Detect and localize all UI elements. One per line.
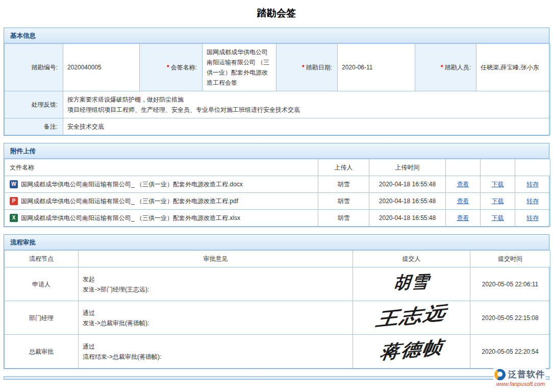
basic-info-header: 基本信息 bbox=[4, 28, 549, 43]
actions-column-header bbox=[481, 159, 515, 176]
attachments-section: 附件上传 文件名称 上传人 上传时间 W 国网成都成华供电公司南阳运输有限公司_… bbox=[4, 143, 549, 227]
opinion-line-2: 流程结束->总裁审批(蒋德帧): bbox=[83, 352, 348, 362]
attachment-row: W 国网成都成华供电公司南阳运输有限公司_ （三供一业）配套外电源改造工程.do… bbox=[5, 176, 550, 193]
upload-time-cell: 2020-04-18 16:55:48 bbox=[369, 193, 446, 210]
opinion-line-1: 发起 bbox=[83, 274, 348, 284]
submit-time-cell: 2020-05-05 22:15:08 bbox=[470, 301, 550, 335]
next-section-header-strip bbox=[4, 376, 549, 380]
uploader-cell: 胡雪 bbox=[318, 210, 369, 227]
transfer-link[interactable]: 转存 bbox=[526, 214, 539, 222]
opinion-cell: 通过 流程结束->总裁审批(蒋德帧): bbox=[79, 335, 353, 369]
attachments-table: 文件名称 上传人 上传时间 W 国网成都成华供电公司南阳运输有限公司_ （三供一… bbox=[4, 159, 550, 227]
file-name: 国网成都成华供电公司南阳运输有限公司_ （三供一业）配套外电源改造工程.docx bbox=[21, 179, 243, 189]
view-link[interactable]: 查看 bbox=[457, 181, 469, 188]
uploader-cell: 胡雪 bbox=[318, 193, 369, 210]
submit-time-cell: 2020-05-05 22:20:54 bbox=[470, 335, 550, 369]
signature: 蒋德帧 bbox=[379, 341, 443, 357]
uploader-cell: 胡雪 bbox=[318, 176, 369, 193]
file-name: 国网成都成华供电公司南阳运输有限公司_ （三供一业）配套外电源改造工程.xlsx bbox=[21, 213, 240, 223]
sign-name-value: 国网成都成华供电公司南阳运输有限公司 （三供一业）配套外电源改造工程会签 bbox=[203, 44, 276, 91]
survey-date-label: *踏勘日期: bbox=[276, 44, 338, 91]
feedback-line-2: 项目经理组织项目工程师、生产经理、安全员、专业单位对施工班组进行安全技术交底 bbox=[67, 105, 546, 115]
required-mark: * bbox=[167, 64, 169, 71]
download-link[interactable]: 下载 bbox=[492, 198, 504, 205]
opinion-column-header: 审批意见 bbox=[79, 251, 353, 267]
file-name: 国网成都成华供电公司南阳运输有限公司_ （三供一业）配套外电源改造工程.pdf bbox=[21, 196, 238, 206]
survey-no-value: 2020040005 bbox=[63, 44, 140, 91]
approval-row: 部门经理 通过 发送->总裁审批(蒋德帧): 王志远 2020-05-05 22… bbox=[5, 301, 550, 335]
attachments-header: 附件上传 bbox=[4, 143, 549, 159]
file-name-cell: W 国网成都成华供电公司南阳运输有限公司_ （三供一业）配套外电源改造工程.do… bbox=[5, 176, 318, 193]
footer-brand: 泛普软件 www.fanpusoft.com bbox=[493, 368, 546, 388]
submitter-cell: 王志远 bbox=[353, 301, 470, 335]
surveyors-value: 任晓渠,薛宝峰,张小东 bbox=[476, 44, 550, 91]
excel-file-icon: X bbox=[10, 214, 18, 222]
opinion-line-2: 发送->总裁审批(蒋德帧): bbox=[83, 318, 348, 328]
table-header-row: 文件名称 上传人 上传时间 bbox=[5, 159, 550, 176]
table-row: 处理反馈: 按方案要求搭设爆破防护棚，做好防尘措施 项目经理组织项目工程师、生产… bbox=[5, 91, 550, 118]
survey-date-value: 2020-06-11 bbox=[338, 44, 415, 91]
opinion-line-1: 通过 bbox=[83, 341, 348, 352]
approval-header: 流程审批 bbox=[4, 235, 549, 250]
feedback-line-1: 按方案要求搭设爆破防护棚，做好防尘措施 bbox=[67, 94, 546, 105]
file-name-column-header: 文件名称 bbox=[5, 159, 318, 176]
pdf-file-icon: P bbox=[10, 197, 18, 205]
approval-row: 总裁审批 通过 流程结束->总裁审批(蒋德帧): 蒋德帧 2020-05-05 … bbox=[5, 335, 550, 369]
fanpu-logo-icon bbox=[494, 369, 506, 380]
upload-time-cell: 2020-04-18 16:55:48 bbox=[369, 210, 446, 227]
word-file-icon: W bbox=[10, 180, 18, 188]
table-row: 踏勘编号: 2020040005 *会签名称: 国网成都成华供电公司南阳运输有限… bbox=[5, 44, 550, 91]
remark-value: 安全技术交底 bbox=[63, 118, 550, 135]
upload-time-cell: 2020-04-18 16:55:48 bbox=[369, 176, 446, 193]
approval-table: 流程节点 审批意见 提交人 提交时间 申请人 发起 发送->部门经理(王志远):… bbox=[4, 250, 550, 369]
submitter-cell: 蒋德帧 bbox=[353, 335, 470, 369]
footer-brand-name: 泛普软件 bbox=[508, 369, 545, 380]
feedback-value: 按方案要求搭设爆破防护棚，做好防尘措施 项目经理组织项目工程师、生产经理、安全员… bbox=[63, 91, 550, 118]
submit-time-cell: 2020-05-05 22:06:11 bbox=[470, 267, 550, 301]
transfer-link[interactable]: 转存 bbox=[526, 198, 539, 205]
surveyors-label: *踏勘人员: bbox=[415, 44, 476, 91]
file-name-cell: X 国网成都成华供电公司南阳运输有限公司_ （三供一业）配套外电源改造工程.xl… bbox=[5, 210, 318, 227]
opinion-line-2: 发送->部门经理(王志远): bbox=[83, 284, 348, 295]
opinion-cell: 发起 发送->部门经理(王志远): bbox=[79, 267, 353, 301]
opinion-line-1: 通过 bbox=[83, 308, 348, 318]
node-cell: 部门经理 bbox=[5, 301, 79, 335]
page-title: 踏勘会签 bbox=[4, 0, 549, 28]
transfer-link[interactable]: 转存 bbox=[526, 181, 539, 188]
submit-time-column-header: 提交时间 bbox=[470, 251, 550, 267]
node-cell: 总裁审批 bbox=[5, 335, 79, 369]
basic-info-section: 基本信息 踏勘编号: 2020040005 *会签名称: 国网成都成华供电公司南… bbox=[4, 28, 549, 136]
download-link[interactable]: 下载 bbox=[492, 214, 504, 222]
table-header-row: 流程节点 审批意见 提交人 提交时间 bbox=[5, 251, 550, 267]
node-column-header: 流程节点 bbox=[5, 251, 79, 267]
approval-section: 流程审批 流程节点 审批意见 提交人 提交时间 申请人 发起 发送->部门经理(… bbox=[4, 234, 549, 369]
approval-row: 申请人 发起 发送->部门经理(王志远): 胡雪 2020-05-05 22:0… bbox=[5, 267, 550, 301]
footer-brand-url: www.fanpusoft.com bbox=[494, 381, 545, 387]
submitter-cell: 胡雪 bbox=[353, 267, 470, 301]
feedback-label: 处理反馈: bbox=[5, 91, 63, 118]
signature: 王志远 bbox=[375, 307, 447, 325]
download-link[interactable]: 下载 bbox=[492, 181, 504, 188]
remark-label: 备注: bbox=[5, 118, 63, 135]
view-link[interactable]: 查看 bbox=[457, 198, 469, 205]
required-mark: * bbox=[302, 64, 305, 71]
required-mark: * bbox=[441, 64, 443, 71]
upload-time-column-header: 上传时间 bbox=[369, 159, 446, 176]
survey-no-label: 踏勘编号: bbox=[5, 44, 63, 91]
sign-name-label: *会签名称: bbox=[140, 44, 203, 91]
view-link[interactable]: 查看 bbox=[457, 214, 469, 222]
signature: 胡雪 bbox=[393, 277, 430, 288]
basic-info-table: 踏勘编号: 2020040005 *会签名称: 国网成都成华供电公司南阳运输有限… bbox=[4, 43, 550, 135]
uploader-column-header: 上传人 bbox=[318, 159, 369, 176]
submitter-column-header: 提交人 bbox=[353, 251, 470, 267]
attachment-row: P 国网成都成华供电公司南阳运输有限公司_ （三供一业）配套外电源改造工程.pd… bbox=[5, 193, 550, 210]
attachment-row: X 国网成都成华供电公司南阳运输有限公司_ （三供一业）配套外电源改造工程.xl… bbox=[5, 210, 550, 227]
node-cell: 申请人 bbox=[5, 267, 79, 301]
actions-column-header bbox=[515, 159, 550, 176]
actions-column-header bbox=[446, 159, 481, 176]
opinion-cell: 通过 发送->总裁审批(蒋德帧): bbox=[79, 301, 353, 335]
file-name-cell: P 国网成都成华供电公司南阳运输有限公司_ （三供一业）配套外电源改造工程.pd… bbox=[5, 193, 318, 210]
table-row: 备注: 安全技术交底 bbox=[5, 118, 550, 135]
page-root: 踏勘会签 基本信息 踏勘编号: 2020040005 *会签名称: 国网成都成华… bbox=[0, 0, 553, 380]
